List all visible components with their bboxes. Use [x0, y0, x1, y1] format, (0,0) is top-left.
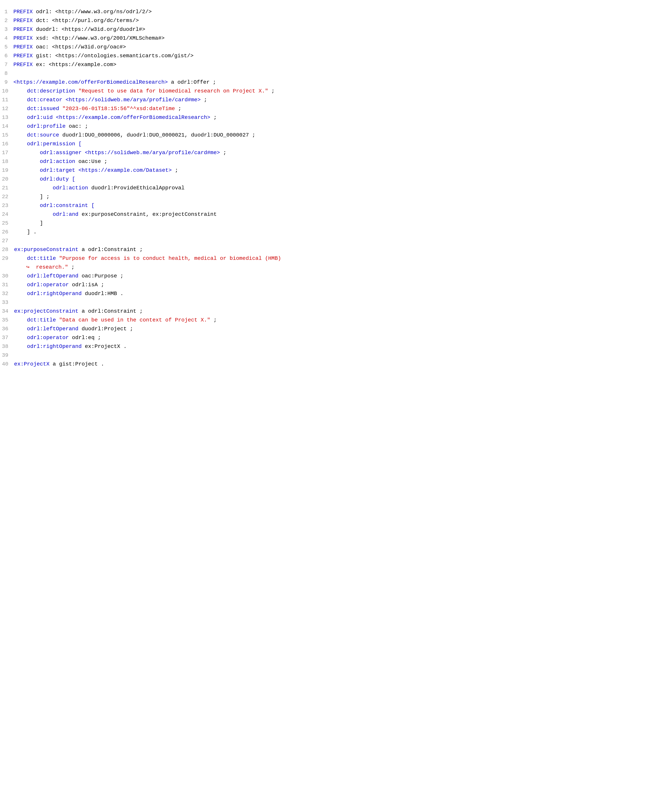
code-line: 18 odrl:action oac:Use ; — [0, 157, 647, 166]
token: ] ; — [14, 194, 50, 200]
token: xsd: <http://www.w3.org/2001/XMLSchema#> — [33, 35, 165, 41]
line-number: 30 — [2, 272, 14, 281]
token: a gist:Project . — [53, 361, 104, 367]
token: ex:purposeConstraint — [14, 247, 82, 253]
code-line: 4PREFIX xsd: <http://www.w3.org/2001/XML… — [0, 34, 647, 43]
line-number: 22 — [2, 192, 14, 201]
line-number: 2 — [2, 17, 14, 25]
token: PREFIX — [14, 53, 33, 59]
token: odrl:profile — [14, 123, 69, 129]
token: "Data can be used in the context of Proj… — [59, 317, 211, 323]
token: <https://example.com/Dataset> — [78, 167, 172, 173]
line-number: 19 — [2, 166, 14, 175]
code-line: 17 odrl:assigner <https://solidweb.me/ar… — [0, 148, 647, 157]
token: duodrl:HMB . — [85, 291, 124, 296]
token: odrl:isA ; — [72, 282, 104, 288]
line-number: 12 — [2, 105, 14, 113]
line-content: PREFIX oac: <https://w3id.org/oac#> — [14, 43, 645, 52]
line-content: odrl:target <https://example.com/Dataset… — [14, 166, 645, 175]
token: dct: <http://purl.org/dc/terms/> — [33, 18, 139, 24]
code-line: 33 — [0, 298, 647, 307]
line-content: odrl:operator odrl:eq ; — [14, 334, 645, 342]
line-content — [14, 351, 645, 360]
token: a odrl:Offer ; — [168, 79, 216, 85]
line-number: 31 — [2, 281, 14, 289]
token: gist: <https://ontologies.semanticarts.c… — [33, 53, 194, 59]
line-number: 8 — [2, 69, 14, 78]
line-number: 28 — [2, 246, 14, 254]
token: ; — [249, 132, 255, 138]
token: ex:ProjectX . — [85, 343, 127, 350]
token: odrl:rightOperand — [14, 343, 85, 350]
line-number: 11 — [2, 96, 14, 104]
code-line: 5PREFIX oac: <https://w3id.org/oac#> — [0, 43, 647, 52]
line-number: 34 — [2, 307, 14, 316]
code-line: 35 dct:title "Data can be used in the co… — [0, 316, 647, 325]
code-line: 40ex:ProjectX a gist:Project . — [0, 360, 647, 369]
code-line: 10 dct:description "Request to use data … — [0, 87, 647, 96]
line-content: odrl:leftOperand duodrl:Project ; — [14, 325, 645, 333]
code-line: 32 odrl:rightOperand duodrl:HMB . — [0, 290, 647, 298]
line-number: 23 — [2, 201, 14, 210]
code-line: 6PREFIX gist: <https://ontologies.semant… — [0, 52, 647, 61]
code-line: 36 odrl:leftOperand duodrl:Project ; — [0, 325, 647, 334]
token: dct:description — [14, 88, 78, 94]
line-number: 3 — [2, 25, 14, 34]
line-number: 13 — [2, 113, 14, 122]
code-line: 23 odrl:constraint [ — [0, 201, 647, 210]
line-number: 37 — [2, 334, 14, 342]
token: ] — [14, 220, 43, 226]
code-line: 34ex:projectConstraint a odrl:Constraint… — [0, 307, 647, 316]
code-line: 27 — [0, 237, 647, 246]
code-line: 15 dct:source duodrl:DUO_0000006, duodrl… — [0, 131, 647, 140]
line-number: 32 — [2, 290, 14, 298]
code-line: 7PREFIX ex: <https://example.com> — [0, 61, 647, 69]
code-line: 14 odrl:profile oac: ; — [0, 122, 647, 131]
token: ; — [172, 167, 178, 173]
line-content: odrl:and ex:purposeConstraint, ex:projec… — [14, 210, 645, 219]
line-number: 33 — [2, 298, 14, 307]
line-number: 18 — [2, 157, 14, 166]
line-content: odrl:rightOperand duodrl:HMB . — [14, 290, 645, 298]
line-content: odrl:action oac:Use ; — [14, 157, 645, 166]
line-content: PREFIX dct: <http://purl.org/dc/terms/> — [14, 17, 645, 25]
line-number: 15 — [2, 131, 14, 140]
token: "2023-06-01T18:15:56"^^xsd:dateTime — [63, 106, 175, 111]
token: ↪ research." — [14, 264, 68, 270]
token: oac:Purpose ; — [82, 273, 123, 279]
token: <https://example.com/offerForBiomedicalR… — [14, 79, 168, 85]
code-line: 24 odrl:and ex:purposeConstraint, ex:pro… — [0, 210, 647, 219]
token: odrl: <http://www.w3.org/ns/odrl/2/> — [33, 9, 152, 15]
token: PREFIX — [14, 26, 33, 32]
line-number: 9 — [2, 78, 14, 87]
line-content: ] ; — [14, 192, 645, 201]
line-content: dct:source duodrl:DUO_0000006, duodrl:DU… — [14, 131, 645, 140]
line-number: 7 — [2, 61, 14, 69]
line-number: 40 — [2, 360, 14, 369]
line-number: 26 — [2, 228, 14, 237]
token: odrl:eq ; — [72, 335, 101, 340]
code-line: ↪ research." ; — [0, 263, 647, 272]
token: ] . — [14, 229, 37, 235]
line-content: ] . — [14, 228, 645, 237]
line-content: PREFIX xsd: <http://www.w3.org/2001/XMLS… — [14, 34, 645, 43]
code-editor: 1PREFIX odrl: <http://www.w3.org/ns/odrl… — [0, 4, 647, 372]
token: a odrl:Constraint ; — [82, 308, 143, 314]
line-number: 36 — [2, 325, 14, 333]
code-line: 19 odrl:target <https://example.com/Data… — [0, 166, 647, 175]
token: odrl:operator — [14, 282, 72, 288]
line-content: odrl:permission [ — [14, 140, 645, 148]
line-content: ↪ research." ; — [14, 263, 645, 272]
token: a odrl:Constraint ; — [82, 247, 143, 253]
line-content: odrl:constraint [ — [14, 201, 645, 210]
line-number: 39 — [2, 351, 14, 360]
line-number: 14 — [2, 122, 14, 131]
code-line: 29 dct:title "Purpose for access is to c… — [0, 254, 647, 263]
token: <https://example.com/offerForBiomedicalR… — [56, 114, 211, 121]
line-number: 4 — [2, 34, 14, 43]
token: <https://solidweb.me/arya/profile/card#m… — [85, 150, 220, 156]
line-number: 1 — [2, 8, 14, 16]
token: dct:issued — [14, 106, 63, 111]
token: odrl:permission [ — [14, 141, 82, 147]
line-number: 35 — [2, 316, 14, 325]
